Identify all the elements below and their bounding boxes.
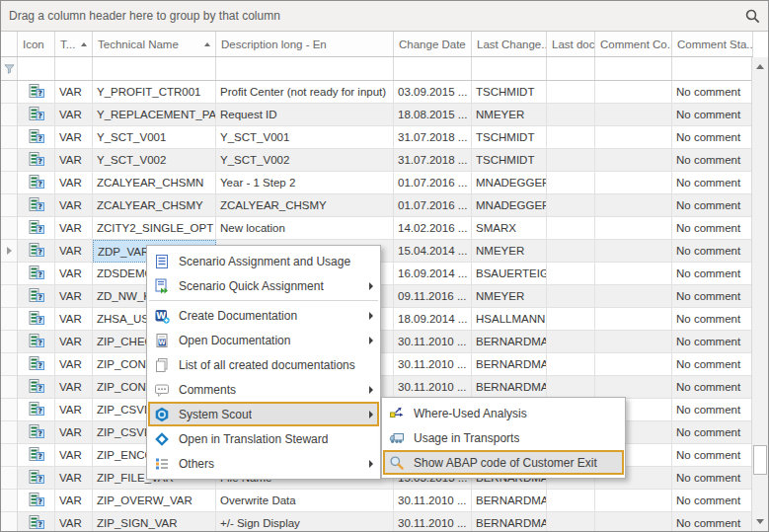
comment-code-cell[interactable] xyxy=(595,217,672,240)
comment-status-cell[interactable]: No comment xyxy=(672,308,753,331)
technical-name-cell[interactable]: ZCALYEAR_CHSMN xyxy=(93,172,216,194)
menu-item-open-documentation[interactable]: WOpen Documentation xyxy=(148,328,379,352)
filter-cell-last_changed[interactable] xyxy=(472,57,547,80)
last-doc-cell[interactable] xyxy=(547,308,595,331)
column-header-desc[interactable]: Description long - En xyxy=(216,32,394,56)
vertical-scrollbar[interactable] xyxy=(751,57,768,531)
row-icon-cell[interactable]: ? xyxy=(18,149,55,172)
description-cell[interactable]: Profit Center (not ready for input) xyxy=(216,81,394,104)
technical-name-cell[interactable]: ZIP_OVERW_VAR xyxy=(93,490,216,512)
change-date-cell[interactable]: 30.11.2010 ... xyxy=(394,331,472,353)
last-changed-cell[interactable]: BSAUERTEIG xyxy=(472,263,547,285)
last-changed-cell[interactable]: BERNARDMA xyxy=(472,376,547,399)
description-cell[interactable]: Overwrite Data xyxy=(216,490,394,512)
last-changed-cell[interactable]: TSCHMIDT xyxy=(472,81,547,104)
menu-item-scenario-assignment-and-usage[interactable]: Scenario Assignment and Usage xyxy=(148,249,379,273)
change-date-cell[interactable]: 14.02.2016 ... xyxy=(394,217,472,240)
comment-status-cell[interactable]: No comment xyxy=(672,104,753,126)
change-date-cell[interactable]: 30.11.2010 ... xyxy=(394,512,472,532)
type-cell[interactable]: VAR xyxy=(55,353,93,376)
last-changed-cell[interactable]: TSCHMIDT xyxy=(472,126,547,149)
description-cell[interactable]: Year - 1 Step 2 xyxy=(216,172,394,194)
last-changed-cell[interactable]: BERNARDMA xyxy=(472,331,547,353)
row-icon-cell[interactable]: ? xyxy=(18,172,55,194)
change-date-cell[interactable]: 30.11.2010 ... xyxy=(394,490,472,512)
last-doc-cell[interactable] xyxy=(547,512,595,532)
last-doc-cell[interactable] xyxy=(547,149,595,172)
filter-cell-desc[interactable] xyxy=(216,57,394,80)
change-date-cell[interactable]: 16.09.2014 ... xyxy=(394,263,472,285)
change-date-cell[interactable]: 31.07.2018 ... xyxy=(394,126,472,149)
last-doc-cell[interactable] xyxy=(547,126,595,149)
menu-item-usage-in-transports[interactable]: Usage in Transports xyxy=(383,425,624,450)
technical-name-cell[interactable]: Y_REPLACEMENT_PA... xyxy=(93,104,216,126)
type-cell[interactable]: VAR xyxy=(55,308,93,331)
comment-status-cell[interactable]: No comment xyxy=(672,399,753,421)
menu-item-open-in-translation-steward[interactable]: Open in Translation Steward xyxy=(148,426,379,451)
comment-status-cell[interactable]: No comment xyxy=(672,240,753,263)
scroll-up-icon[interactable] xyxy=(752,58,768,75)
change-date-cell[interactable]: 31.07.2018 ... xyxy=(394,149,472,172)
row-icon-cell[interactable]: ? xyxy=(18,308,55,331)
comment-status-cell[interactable]: No comment xyxy=(672,126,753,149)
comment-code-cell[interactable] xyxy=(595,285,672,308)
last-doc-cell[interactable] xyxy=(547,490,595,512)
comment-status-cell[interactable]: No comment xyxy=(672,217,753,240)
column-header-name[interactable]: Technical Name xyxy=(93,32,216,56)
last-changed-cell[interactable]: TSCHMIDT xyxy=(472,149,547,172)
last-doc-cell[interactable] xyxy=(547,194,595,217)
comment-status-cell[interactable]: No comment xyxy=(672,331,753,353)
comment-status-cell[interactable]: No comment xyxy=(672,421,753,444)
filter-cell-icon[interactable] xyxy=(18,57,55,80)
row-icon-cell[interactable]: ? xyxy=(18,126,55,149)
row-icon-cell[interactable]: ? xyxy=(18,263,55,285)
comment-status-cell[interactable]: No comment xyxy=(672,285,753,308)
filter-cell-type[interactable] xyxy=(55,57,93,80)
menu-item-system-scout[interactable]: System Scout xyxy=(148,402,379,426)
last-doc-cell[interactable] xyxy=(547,81,595,104)
type-cell[interactable]: VAR xyxy=(55,421,93,444)
type-cell[interactable]: VAR xyxy=(55,126,93,149)
type-cell[interactable]: VAR xyxy=(55,172,93,194)
last-changed-cell[interactable]: SMARX xyxy=(472,217,547,240)
last-doc-cell[interactable] xyxy=(547,285,595,308)
change-date-cell[interactable]: 15.04.2014 ... xyxy=(394,240,472,263)
column-header-last_changed[interactable]: Last Change... xyxy=(472,32,547,56)
column-header-last_doc[interactable]: Last doc. xyxy=(547,32,595,56)
row-icon-cell[interactable]: ? xyxy=(18,81,55,104)
type-cell[interactable]: VAR xyxy=(55,149,93,172)
row-icon-cell[interactable]: ? xyxy=(18,467,55,490)
type-cell[interactable]: VAR xyxy=(55,104,93,126)
filter-row-indicator[interactable] xyxy=(1,57,18,80)
row-icon-cell[interactable]: ? xyxy=(18,285,55,308)
type-cell[interactable]: VAR xyxy=(55,194,93,217)
comment-status-cell[interactable]: No comment xyxy=(672,149,753,172)
type-cell[interactable]: VAR xyxy=(55,399,93,421)
last-changed-cell[interactable]: NMEYER xyxy=(472,104,547,126)
row-icon-cell[interactable]: ? xyxy=(18,104,55,126)
technical-name-cell[interactable]: ZCITY2_SINGLE_OPT xyxy=(93,217,216,240)
comment-status-cell[interactable]: No comment xyxy=(672,81,753,104)
row-icon-cell[interactable]: ? xyxy=(18,353,55,376)
scroll-down-icon[interactable] xyxy=(752,513,768,530)
menu-item-show-abap-code-of-customer-exit[interactable]: Show ABAP code of Customer Exit xyxy=(383,450,624,475)
last-doc-cell[interactable] xyxy=(547,217,595,240)
comment-code-cell[interactable] xyxy=(595,104,672,126)
comment-status-cell[interactable]: No comment xyxy=(672,490,753,512)
comment-code-cell[interactable] xyxy=(595,263,672,285)
row-icon-cell[interactable]: ? xyxy=(18,399,55,421)
change-date-cell[interactable]: 09.11.2016 ... xyxy=(394,285,472,308)
last-doc-cell[interactable] xyxy=(547,172,595,194)
last-changed-cell[interactable]: NMEYER xyxy=(472,240,547,263)
comment-code-cell[interactable] xyxy=(595,308,672,331)
description-cell[interactable]: New location xyxy=(216,217,394,240)
description-cell[interactable]: ZCALYEAR_CHSMY xyxy=(216,194,394,217)
last-doc-cell[interactable] xyxy=(547,263,595,285)
change-date-cell[interactable]: 30.11.2010 ... xyxy=(394,376,472,399)
menu-item-others[interactable]: Others xyxy=(148,451,379,476)
column-header-change_date[interactable]: Change Date xyxy=(394,32,472,56)
type-cell[interactable]: VAR xyxy=(55,217,93,240)
technical-name-cell[interactable]: ZCALYEAR_CHSMY xyxy=(93,194,216,217)
description-cell[interactable]: Y_SCT_V001 xyxy=(216,126,394,149)
type-cell[interactable]: VAR xyxy=(55,285,93,308)
